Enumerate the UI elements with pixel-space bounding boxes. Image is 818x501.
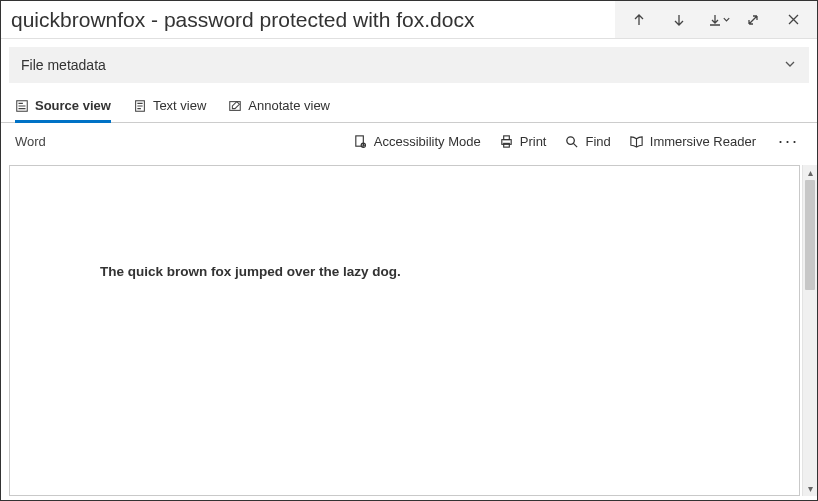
arrow-down-icon <box>672 13 686 27</box>
caret-up-icon: ▴ <box>808 167 813 178</box>
next-button[interactable] <box>659 1 699 38</box>
scroll-thumb[interactable] <box>805 180 815 290</box>
expand-button[interactable] <box>733 1 773 38</box>
scroll-up-button[interactable]: ▴ <box>803 165 817 180</box>
find-button[interactable]: Find <box>564 134 610 149</box>
text-view-icon <box>133 99 147 113</box>
document-body-text: The quick brown fox jumped over the lazy… <box>100 264 739 279</box>
close-button[interactable] <box>773 1 813 38</box>
tab-label: Annotate view <box>248 98 330 113</box>
more-options-button[interactable]: ··· <box>774 131 803 152</box>
close-icon <box>787 13 800 26</box>
tab-label: Text view <box>153 98 206 113</box>
more-icon: ··· <box>778 131 799 151</box>
app-label: Word <box>15 134 46 149</box>
title-bar: quickbrownfox - password protected with … <box>1 1 817 39</box>
title-bar-controls <box>615 1 817 38</box>
tool-label: Find <box>585 134 610 149</box>
document-toolbar: Word Accessibility Mode Print Find Immer… <box>1 123 817 159</box>
arrow-up-icon <box>632 13 646 27</box>
print-button[interactable]: Print <box>499 134 547 149</box>
expand-icon <box>746 13 760 27</box>
svg-point-8 <box>567 136 575 144</box>
caret-down-icon: ▾ <box>808 483 813 494</box>
tab-label: Source view <box>35 98 111 113</box>
immersive-reader-icon <box>629 134 644 149</box>
tool-label: Print <box>520 134 547 149</box>
accessibility-mode-button[interactable]: Accessibility Mode <box>353 134 481 149</box>
tab-source-view[interactable]: Source view <box>15 89 111 122</box>
view-tabs: Source view Text view Annotate view <box>1 89 817 123</box>
svg-rect-3 <box>356 135 364 145</box>
tool-label: Immersive Reader <box>650 134 756 149</box>
vertical-scrollbar[interactable]: ▴ ▾ <box>802 165 817 496</box>
chevron-down-icon <box>783 57 797 74</box>
document-page: The quick brown fox jumped over the lazy… <box>9 165 800 496</box>
window-title: quickbrownfox - password protected with … <box>1 8 484 32</box>
search-icon <box>564 134 579 149</box>
chevron-down-icon <box>722 15 731 24</box>
immersive-reader-button[interactable]: Immersive Reader <box>629 134 756 149</box>
print-icon <box>499 134 514 149</box>
tool-label: Accessibility Mode <box>374 134 481 149</box>
scroll-down-button[interactable]: ▾ <box>803 481 817 496</box>
download-options-button[interactable] <box>719 1 733 38</box>
previous-button[interactable] <box>619 1 659 38</box>
document-area: The quick brown fox jumped over the lazy… <box>1 159 817 500</box>
file-metadata-panel[interactable]: File metadata <box>9 47 809 83</box>
accessibility-icon <box>353 134 368 149</box>
viewer-window: quickbrownfox - password protected with … <box>0 0 818 501</box>
file-metadata-label: File metadata <box>21 57 106 73</box>
svg-rect-6 <box>503 135 509 139</box>
source-view-icon <box>15 99 29 113</box>
tab-annotate-view[interactable]: Annotate view <box>228 89 330 122</box>
annotate-view-icon <box>228 99 242 113</box>
tab-text-view[interactable]: Text view <box>133 89 206 122</box>
